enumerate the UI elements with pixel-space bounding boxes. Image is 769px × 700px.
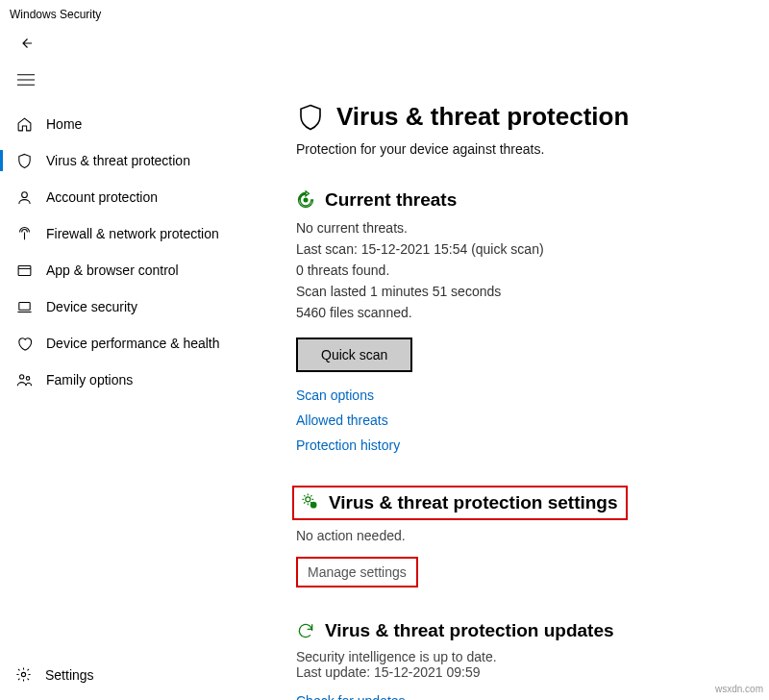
laptop-icon — [15, 298, 33, 315]
window-title: Windows Security — [0, 0, 769, 29]
protection-history-link[interactable]: Protection history — [296, 438, 754, 453]
heart-icon — [15, 335, 33, 352]
sidebar-item-device-security[interactable]: Device security — [0, 288, 288, 325]
sidebar-item-label: Home — [46, 116, 82, 132]
arrow-left-icon — [17, 35, 35, 52]
vtp-settings-section: Virus & threat protection settings No ac… — [296, 486, 754, 588]
last-update: Last update: 15-12-2021 09:59 — [296, 664, 754, 680]
sidebar-item-label: Firewall & network protection — [46, 226, 219, 241]
vtp-updates-section: Virus & threat protection updates Securi… — [296, 620, 754, 700]
shield-icon — [15, 152, 33, 169]
check-updates-link[interactable]: Check for updates — [296, 693, 754, 700]
sidebar-item-performance[interactable]: Device performance & health — [0, 325, 288, 362]
home-icon — [15, 115, 33, 133]
sidebar-item-family[interactable]: Family options — [0, 362, 288, 398]
sidebar-item-app-browser[interactable]: App & browser control — [0, 252, 288, 288]
manage-settings-link[interactable]: Manage settings — [296, 557, 418, 588]
scan-duration: Scan lasted 1 minutes 51 seconds — [296, 282, 754, 302]
sidebar-item-label: Device security — [46, 299, 137, 314]
scan-icon — [296, 190, 315, 210]
sidebar-item-firewall[interactable]: Firewall & network protection — [0, 215, 288, 252]
section-title: Virus & threat protection settings — [329, 492, 618, 513]
sidebar-item-label: App & browser control — [46, 262, 179, 278]
back-button[interactable] — [0, 29, 769, 65]
antenna-icon — [15, 225, 33, 242]
svg-point-3 — [19, 374, 23, 378]
svg-rect-2 — [18, 302, 29, 310]
settings-gear-icon — [294, 491, 319, 514]
section-title: Current threats — [325, 189, 457, 211]
quick-scan-button[interactable]: Quick scan — [296, 338, 412, 372]
last-scan: Last scan: 15-12-2021 15:54 (quick scan) — [296, 239, 754, 260]
page-title: Virus & threat protection — [336, 102, 629, 132]
sidebar-item-account-protection[interactable]: Account protection — [0, 179, 288, 215]
threats-found: 0 threats found. — [296, 261, 754, 281]
update-icon — [296, 621, 315, 640]
sidebar-item-label: Virus & threat protection — [46, 153, 190, 168]
watermark: wsxdn.com — [715, 684, 763, 694]
menu-button[interactable] — [0, 65, 769, 98]
sidebar-item-label: Account protection — [46, 189, 158, 205]
family-icon — [15, 371, 33, 388]
threats-status: No current threats. — [296, 218, 754, 238]
person-icon — [15, 188, 33, 206]
svg-point-5 — [304, 198, 309, 203]
sidebar-item-label: Family options — [46, 372, 133, 388]
main-content: Virus & threat protection Protection for… — [288, 98, 769, 700]
settings-status: No action needed. — [296, 528, 754, 543]
window-icon — [15, 262, 33, 279]
gear-icon — [15, 666, 32, 683]
current-threats-section: Current threats No current threats. Last… — [296, 189, 754, 453]
settings-button[interactable]: Settings — [0, 659, 110, 690]
highlight-settings-header: Virus & threat protection settings — [292, 486, 628, 520]
svg-point-8 — [21, 672, 25, 676]
update-status: Security intelligence is up to date. — [296, 649, 754, 664]
sidebar: Home Virus & threat protection Account p… — [0, 98, 288, 700]
svg-point-4 — [26, 376, 30, 380]
sidebar-item-home[interactable]: Home — [0, 106, 288, 142]
page-subtitle: Protection for your device against threa… — [296, 141, 754, 157]
scan-options-link[interactable]: Scan options — [296, 388, 754, 403]
hamburger-icon — [17, 73, 35, 87]
svg-point-6 — [306, 497, 310, 502]
svg-point-0 — [21, 191, 27, 197]
svg-rect-1 — [18, 265, 31, 275]
shield-icon — [296, 103, 325, 132]
files-scanned: 5460 files scanned. — [296, 303, 754, 323]
section-title: Virus & threat protection updates — [325, 620, 614, 641]
sidebar-item-label: Device performance & health — [46, 336, 220, 351]
allowed-threats-link[interactable]: Allowed threats — [296, 412, 754, 428]
svg-point-7 — [310, 502, 317, 509]
settings-label: Settings — [45, 667, 94, 683]
sidebar-item-virus-protection[interactable]: Virus & threat protection — [0, 142, 288, 179]
